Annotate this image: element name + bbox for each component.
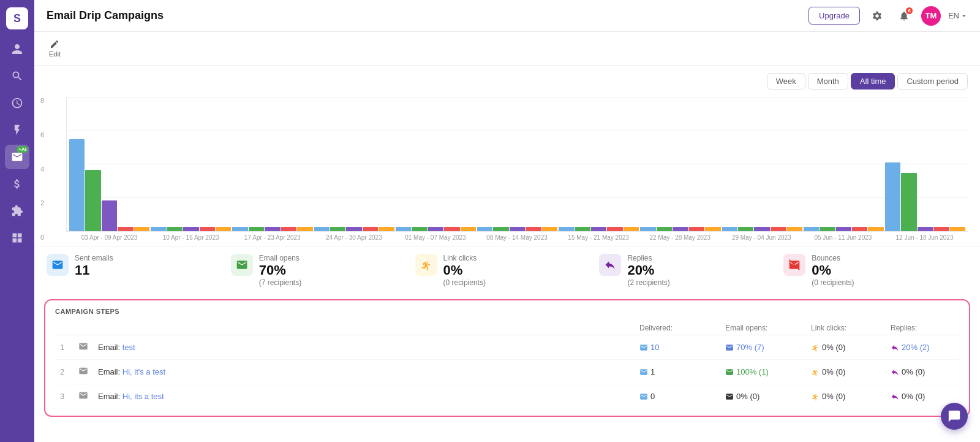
col-num [55, 321, 74, 335]
period-week[interactable]: Week [767, 73, 805, 90]
app-logo[interactable]: S [6, 7, 28, 29]
bar-6-2 [591, 227, 606, 232]
row-icon-0 [74, 335, 93, 360]
bounces-icon [783, 254, 805, 276]
y-label-4: 4 [34, 166, 44, 173]
stat-replies-sub: (2 recipients) [627, 278, 669, 287]
x-label-8: 29 May - 04 Jun 2023 [721, 234, 802, 241]
row-delivered-1: 1 [635, 360, 720, 384]
bar-5-1 [493, 227, 508, 232]
col-email-opens: Email opens: [720, 321, 806, 335]
upgrade-button[interactable]: Upgrade [809, 7, 860, 25]
stat-clicks-label: Link clicks [443, 254, 486, 262]
bar-0-0 [69, 139, 85, 231]
notifications-icon[interactable]: 6 [894, 6, 914, 26]
bar-6-1 [575, 227, 590, 232]
period-custom[interactable]: Custom period [897, 73, 968, 90]
bar-4-1 [412, 227, 427, 232]
bar-group-9 [804, 227, 884, 232]
sidebar-item-email[interactable]: +AI [5, 145, 29, 169]
stat-replies: Replies 20% (2 recipients) [599, 254, 783, 287]
sidebar-item-activity[interactable] [5, 91, 29, 115]
bar-2-2 [265, 227, 280, 232]
chat-bubble[interactable] [941, 403, 968, 430]
row-delivered-0: 10 [635, 335, 720, 360]
row-num-2: 3 [55, 384, 74, 409]
bar-6-3 [607, 227, 622, 232]
y-axis-labels: 0 2 4 6 8 [34, 97, 44, 241]
email-link-0[interactable]: test [123, 343, 135, 352]
bar-9-4 [868, 227, 883, 232]
stat-email-opens: Email opens 70% (7 recipients) [231, 254, 415, 287]
stat-bounces-sub: (0 recipients) [812, 278, 854, 287]
bar-group-4 [396, 227, 476, 232]
y-label-2: 2 [34, 199, 44, 207]
period-controls: Week Month All time Custom period [47, 73, 968, 90]
row-email-1: Email: Hi, it's a test [93, 360, 635, 384]
table-row: 3Email: Hi, its a test00% (0)0% (0)0% (0… [55, 384, 959, 409]
settings-icon[interactable] [867, 6, 887, 26]
col-replies: Replies: [886, 321, 959, 335]
stats-row: Sent emails 11 Email opens 70% (7 recipi… [34, 246, 980, 294]
stat-sent-value: 11 [75, 262, 113, 278]
email-link-2[interactable]: Hi, its a test [123, 392, 164, 401]
bar-group-0 [69, 139, 149, 231]
period-alltime[interactable]: All time [851, 73, 895, 90]
campaign-steps: CAMPAIGN STEPS Delivered: Email opens: [44, 299, 970, 417]
stat-replies-content: Replies 20% (2 recipients) [627, 254, 669, 287]
col-email [93, 321, 635, 335]
stat-opens-value: 70% [259, 262, 301, 278]
campaign-steps-title: CAMPAIGN STEPS [55, 308, 959, 315]
stat-opens-content: Email opens 70% (7 recipients) [259, 254, 301, 287]
bar-6-0 [559, 227, 574, 232]
language-selector[interactable]: EN [948, 11, 968, 20]
bar-4-3 [444, 227, 459, 232]
x-label-0: 03 Apr - 09 Apr 2023 [69, 234, 150, 241]
sidebar-item-contacts[interactable] [5, 37, 29, 61]
period-month[interactable]: Month [808, 73, 848, 90]
row-replies-0: 20% (2) [886, 335, 959, 360]
stat-clicks-sub: (0 recipients) [443, 278, 486, 287]
bar-10-4 [950, 227, 965, 232]
edit-button[interactable]: Edit [44, 37, 66, 60]
stat-opens-label: Email opens [259, 254, 301, 262]
row-email-0: Email: test [93, 335, 635, 360]
bar-1-2 [183, 227, 198, 232]
x-label-3: 24 Apr - 30 Apr 2023 [313, 234, 394, 241]
email-link-1[interactable]: Hi, it's a test [123, 367, 165, 376]
bar-2-0 [232, 227, 247, 232]
bar-10-2 [918, 227, 933, 232]
sidebar-item-widgets[interactable] [5, 226, 29, 250]
bar-group-1 [151, 227, 231, 232]
sidebar-item-integrations[interactable] [5, 199, 29, 223]
sidebar-item-sequences[interactable] [5, 118, 29, 142]
sidebar-item-deals[interactable] [5, 172, 29, 196]
bar-7-3 [689, 227, 704, 232]
bar-1-3 [200, 227, 215, 232]
avatar[interactable]: TM [921, 6, 941, 26]
bar-group-10 [885, 162, 965, 232]
bar-9-1 [820, 227, 835, 232]
x-label-5: 08 May - 14 May 2023 [476, 234, 557, 241]
bar-chart [66, 97, 968, 232]
chart-container: 0 2 4 6 8 03 Apr - 09 Apr 2 [47, 97, 968, 241]
campaign-table: Delivered: Email opens: Link clicks: Rep… [55, 321, 959, 408]
main-content: Email Drip Campaigns Upgrade 6 TM EN Edi… [34, 0, 980, 442]
bar-10-1 [901, 173, 916, 231]
sidebar-item-search[interactable] [5, 64, 29, 88]
x-label-10: 12 Jun - 18 Jun 2023 [884, 234, 965, 241]
x-axis-labels: 03 Apr - 09 Apr 202310 Apr - 16 Apr 2023… [66, 234, 968, 241]
bar-group-5 [477, 227, 557, 232]
col-link-clicks: Link clicks: [806, 321, 886, 335]
row-replies-1: 0% (0) [886, 360, 959, 384]
bar-8-2 [754, 227, 769, 232]
link-clicks-icon [415, 254, 437, 276]
x-label-7: 22 May - 28 May 2023 [639, 234, 721, 241]
bar-7-0 [640, 227, 655, 232]
header: Email Drip Campaigns Upgrade 6 TM EN [34, 0, 980, 32]
bar-1-0 [151, 227, 166, 232]
page-title: Email Drip Campaigns [47, 9, 164, 22]
ai-badge: +AI [17, 146, 28, 153]
bar-4-2 [428, 227, 443, 232]
x-label-2: 17 Apr - 23 Apr 2023 [232, 234, 313, 241]
